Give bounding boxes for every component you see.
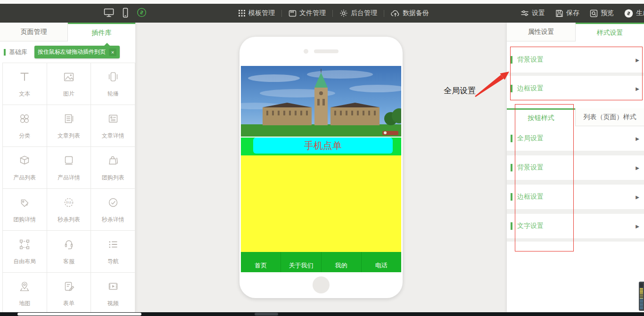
menu-divider: [332, 10, 333, 17]
plugin-carousel[interactable]: 轮播: [91, 63, 135, 105]
tab-plugin-library[interactable]: 插件库: [68, 23, 135, 41]
mobile-preview-button[interactable]: [122, 8, 129, 19]
p-product-detail-icon: [62, 154, 76, 170]
row-gap: [507, 180, 644, 185]
style-sub-tabs: 按钮样式 列表（页面）样式: [507, 108, 644, 126]
scrollbar-thumb[interactable]: [17, 313, 141, 316]
plugin-customer-service[interactable]: 客服: [47, 231, 91, 273]
chevron-right-icon: ▶: [636, 86, 639, 91]
p-image-icon: [62, 70, 76, 86]
phone-nav-item[interactable]: 我的: [321, 252, 361, 272]
phone-camera-icon: [304, 49, 308, 54]
green-bar-icon: [511, 85, 512, 92]
p-map-icon: [17, 279, 32, 295]
design-canvas: 手机点单 首页关于我们我的电话: [135, 23, 507, 312]
menu-template-manage[interactable]: 模板管理: [238, 9, 275, 17]
green-bar-icon: [4, 49, 6, 56]
window-top-strip: [0, 0, 644, 4]
menu-file-manage[interactable]: 文件管理: [289, 9, 326, 17]
mobile-order-button[interactable]: 手机点单: [253, 138, 393, 154]
plugin-free-layout[interactable]: 自由布局: [3, 231, 47, 273]
plugin-product-detail[interactable]: 产品详情: [47, 147, 91, 189]
phone-nav-item[interactable]: 关于我们: [281, 252, 321, 272]
plugin-groupbuy-detail[interactable]: 团购详情: [3, 189, 47, 231]
tab-attribute-settings[interactable]: 属性设置: [507, 23, 576, 41]
plugin-text[interactable]: 文本: [3, 63, 47, 105]
setting-row-2[interactable]: 边框设置▶: [507, 185, 644, 209]
tab-page-manage[interactable]: 页面管理: [0, 23, 68, 41]
plugin-groupbuy-list[interactable]: 团购列表: [91, 147, 135, 189]
plugin-product-list[interactable]: 产品列表: [3, 147, 47, 189]
plugin-map[interactable]: 地图: [3, 273, 47, 315]
p-category-icon: [17, 112, 32, 128]
chevron-right-icon: ▶: [636, 224, 639, 229]
desktop-preview-button[interactable]: [104, 8, 114, 19]
horizontal-scrollbar[interactable]: [0, 312, 644, 316]
chevron-right-icon: ▶: [636, 136, 639, 141]
plugin-flashsale-list[interactable]: 秒杀秒杀列表: [47, 189, 91, 231]
green-bar-icon: [511, 56, 512, 64]
library-header-row: 基础库 按住鼠标左键拖动插件到页 ×: [0, 41, 135, 63]
minimap-blue-stripes: [640, 299, 643, 309]
action-generate-button[interactable]: 生成: [624, 9, 644, 18]
green-bar-icon: [511, 222, 512, 230]
settings-panel-tabs: 属性设置 样式设置: [507, 23, 644, 41]
tab-button-style[interactable]: 按钮样式: [507, 108, 575, 126]
scrollbar-segment: [255, 313, 278, 316]
setting-row-0[interactable]: 背景设置▶: [507, 47, 644, 73]
hero-image-parliament[interactable]: [241, 66, 401, 137]
row-gap: [507, 238, 644, 242]
p-flashsale-detail-icon: [106, 195, 120, 211]
plugin-sidebar: 页面管理 插件库 基础库 按住鼠标左键拖动插件到页 × 文本图片轮播分类文章列表…: [0, 23, 135, 312]
grid-icon: [238, 9, 246, 17]
setting-row-1[interactable]: 背景设置▶: [507, 155, 644, 180]
phone-nav-item[interactable]: 首页: [241, 252, 281, 272]
menu-divider: [281, 10, 282, 17]
phone-nav-item[interactable]: 电话: [361, 252, 401, 272]
toolbar-menu: 模板管理文件管理后台管理数据备份: [238, 4, 429, 23]
minimap-widget[interactable]: [639, 282, 644, 311]
menu-divider: [384, 10, 384, 17]
phone-home-button[interactable]: [313, 276, 330, 293]
phone-mockup: 手机点单 首页关于我们我的电话: [239, 37, 403, 298]
plugin-flashsale-detail[interactable]: 秒杀详情: [91, 189, 135, 231]
green-bar-icon: [511, 164, 512, 171]
tab-style-settings[interactable]: 样式设置: [576, 23, 644, 41]
yellow-content-block[interactable]: [241, 155, 401, 252]
p-video-icon: [106, 279, 120, 295]
row-gap: [507, 209, 644, 214]
tooltip-close-icon[interactable]: ×: [109, 49, 116, 56]
plugin-category[interactable]: 分类: [3, 105, 47, 147]
menu-data-backup[interactable]: 数据备份: [391, 9, 429, 17]
setting-row-empty: [507, 242, 644, 264]
plugin-article-detail[interactable]: 文章详情: [91, 105, 135, 147]
action-save-button[interactable]: 保存: [555, 9, 579, 17]
phone-bottom-nav: 首页关于我们我的电话: [241, 252, 401, 272]
minimap-grip[interactable]: [640, 283, 643, 287]
plugin-article-list[interactable]: 文章列表: [47, 105, 91, 147]
basic-library-label: 基础库: [4, 48, 27, 57]
setting-row-1[interactable]: 边框设置▶: [507, 76, 644, 101]
plugin-navigation[interactable]: 导航: [91, 231, 135, 273]
menu-backend-manage[interactable]: 后台管理: [339, 9, 377, 17]
plugin-form[interactable]: 表单: [47, 273, 91, 315]
tab-list-page-style[interactable]: 列表（页面）样式: [575, 108, 644, 126]
svg-text:秒杀: 秒杀: [66, 201, 72, 204]
link-preview-button[interactable]: [137, 8, 147, 19]
action-settings-button[interactable]: 设置: [520, 9, 545, 17]
plugin-grid: 文本图片轮播分类文章列表文章详情产品列表产品详情团购列表团购详情秒杀秒杀列表秒杀…: [2, 63, 135, 315]
setting-row-0[interactable]: 全局设置▶: [507, 126, 644, 151]
app-window: 模板管理文件管理后台管理数据备份 设置保存预览生成 页面管理 插件库 基础库 按…: [0, 0, 644, 316]
plugin-image[interactable]: 图片: [47, 63, 91, 105]
row-gap: [507, 151, 644, 155]
p-groupbuy-detail-icon: [17, 195, 32, 211]
p-navigation-icon: [106, 237, 120, 253]
top-toolbar: 模板管理文件管理后台管理数据备份 设置保存预览生成: [0, 4, 644, 23]
p-carousel-icon: [106, 70, 120, 86]
action-preview-button[interactable]: 预览: [590, 9, 614, 17]
setting-row-3[interactable]: 文字设置▶: [507, 214, 644, 238]
p-free-layout-icon: [17, 237, 32, 253]
plugin-video[interactable]: 视频: [91, 273, 135, 315]
p-article-detail-icon: [106, 112, 120, 128]
phone-speaker-icon: [314, 49, 339, 53]
